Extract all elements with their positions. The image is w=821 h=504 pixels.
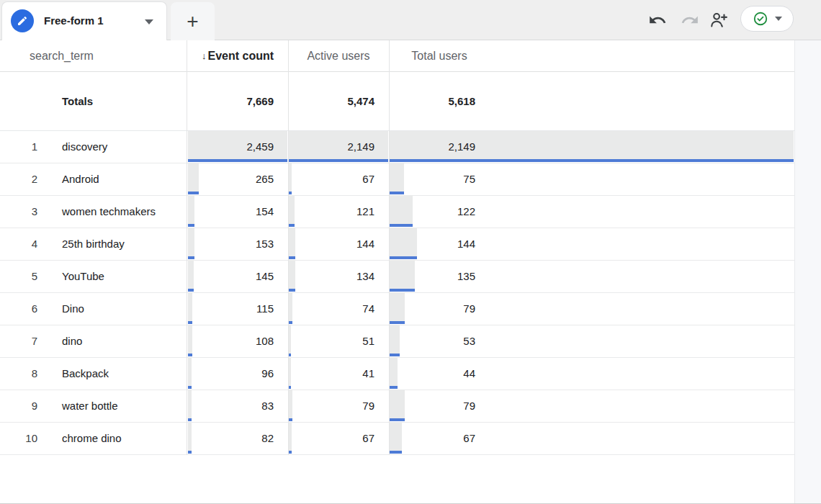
metric-cell[interactable]: 75 — [389, 163, 794, 195]
totals-total-users: 5,618 — [389, 72, 475, 130]
dimension-value[interactable]: Dino — [62, 293, 84, 325]
metric-cell[interactable]: 74 — [288, 293, 389, 325]
metric-cell[interactable]: 115 — [187, 293, 288, 325]
metric-value: 53 — [389, 325, 475, 357]
add-user-icon[interactable] — [707, 9, 730, 32]
dimension-value[interactable]: water bottle — [62, 390, 118, 422]
metric-cell[interactable]: 122 — [389, 196, 794, 228]
tab-dropdown-icon[interactable] — [145, 19, 153, 24]
table-row: 8Backpack964144 — [0, 358, 794, 390]
metric-cell[interactable]: 79 — [389, 293, 794, 325]
metric-value: 108 — [187, 325, 274, 357]
explorations-canvas: Free-form 1 + — [0, 0, 821, 504]
tab-free-form[interactable]: Free-form 1 — [1, 1, 167, 40]
column-header-event-count[interactable]: ↓Event count — [187, 40, 288, 71]
approval-status-button[interactable] — [740, 6, 794, 32]
dimension-value[interactable]: chrome dino — [62, 423, 122, 454]
metric-value: 135 — [389, 261, 475, 292]
metric-cell[interactable]: 144 — [389, 228, 794, 260]
column-header-total-users[interactable]: Total users — [389, 40, 490, 71]
metric-value: 2,149 — [389, 131, 475, 163]
metric-cell[interactable]: 2,149 — [389, 131, 794, 163]
table-row: 10chrome dino826767 — [0, 423, 794, 455]
metric-cell[interactable]: 67 — [389, 423, 794, 454]
dimension-value[interactable]: dino — [62, 325, 82, 357]
row-rank: 5 — [17, 261, 37, 292]
column-divider — [187, 40, 187, 455]
metric-value: 144 — [288, 228, 374, 260]
dimension-value[interactable]: discovery — [62, 131, 107, 163]
dimension-column-header[interactable]: search_term — [30, 40, 94, 71]
dimension-value[interactable]: women techmakers — [62, 196, 156, 228]
row-rank: 8 — [17, 358, 37, 390]
metric-cell[interactable]: 134 — [288, 261, 389, 292]
totals-event-count: 7,669 — [187, 72, 274, 130]
row-rank: 7 — [17, 325, 37, 357]
table-row: 5YouTube145134135 — [0, 261, 794, 293]
metric-cell[interactable]: 51 — [288, 325, 389, 357]
dimension-value[interactable]: 25th birthday — [62, 228, 125, 260]
add-tab-button[interactable]: + — [171, 2, 215, 40]
sort-descending-icon: ↓ — [202, 50, 207, 61]
metric-cell[interactable]: 79 — [288, 390, 389, 422]
metric-cell[interactable]: 145 — [187, 261, 288, 292]
metric-cell[interactable]: 121 — [288, 196, 389, 228]
metric-value: 82 — [187, 423, 274, 454]
column-header-active-users[interactable]: Active users — [288, 40, 389, 71]
metric-value: 75 — [389, 163, 475, 195]
row-rank: 6 — [17, 293, 37, 325]
metric-cell[interactable]: 144 — [288, 228, 389, 260]
metric-cell[interactable]: 41 — [288, 358, 389, 390]
dimension-value[interactable]: Backpack — [62, 358, 109, 390]
table-row: 9water bottle837979 — [0, 390, 794, 423]
metric-cell[interactable]: 79 — [389, 390, 794, 422]
row-rank: 9 — [17, 390, 37, 422]
metric-cell[interactable]: 265 — [187, 163, 288, 195]
metric-value: 74 — [288, 293, 374, 325]
metric-value: 41 — [288, 358, 374, 390]
row-rank: 1 — [17, 131, 37, 163]
table-header-row: search_term ↓Event count Active users To… — [0, 40, 794, 72]
metric-cell[interactable]: 153 — [187, 228, 288, 260]
dimension-value[interactable]: Android — [62, 163, 99, 195]
totals-active-users: 5,474 — [288, 72, 374, 130]
metric-cell[interactable]: 82 — [187, 423, 288, 454]
metric-value: 154 — [187, 196, 274, 228]
table-row: 425th birthday153144144 — [0, 228, 794, 261]
metric-cell[interactable]: 2,149 — [288, 131, 389, 163]
metric-cell[interactable]: 83 — [187, 390, 288, 422]
metric-value: 79 — [389, 293, 475, 325]
undo-icon[interactable] — [646, 9, 669, 32]
dimension-value[interactable]: YouTube — [62, 261, 104, 292]
metric-value: 115 — [187, 293, 274, 325]
table-row: 2Android2656775 — [0, 163, 794, 196]
metric-value: 2,149 — [288, 131, 374, 163]
metric-cell[interactable]: 108 — [187, 325, 288, 357]
metric-value: 79 — [288, 390, 374, 422]
metric-cell[interactable]: 44 — [389, 358, 794, 390]
status-dropdown-icon — [775, 17, 782, 21]
metric-cell[interactable]: 135 — [389, 261, 794, 292]
metric-cell[interactable]: 67 — [288, 423, 389, 454]
metric-value: 96 — [187, 358, 274, 390]
metric-value: 134 — [288, 261, 374, 292]
metric-value: 153 — [187, 228, 274, 260]
metric-value: 67 — [389, 423, 475, 454]
table-row: 3women techmakers154121122 — [0, 196, 794, 228]
column-divider — [288, 40, 289, 455]
metric-cell[interactable]: 154 — [187, 196, 288, 228]
metric-value: 83 — [187, 390, 274, 422]
metric-cell[interactable]: 96 — [187, 358, 288, 390]
redo-icon[interactable] — [678, 9, 701, 32]
table-body: 1discovery2,4592,1492,1492Android2656775… — [0, 131, 794, 455]
table-row: 6Dino1157479 — [0, 293, 794, 325]
metric-value: 121 — [288, 196, 374, 228]
metric-cell[interactable]: 2,459 — [187, 131, 288, 163]
metric-value: 145 — [187, 261, 274, 292]
metric-cell[interactable]: 67 — [288, 163, 389, 195]
metric-cell[interactable]: 53 — [389, 325, 794, 357]
metric-value: 122 — [389, 196, 475, 228]
metric-value: 51 — [288, 325, 374, 357]
tab-strip: Free-form 1 + — [0, 0, 821, 40]
metric-value: 265 — [187, 163, 274, 195]
